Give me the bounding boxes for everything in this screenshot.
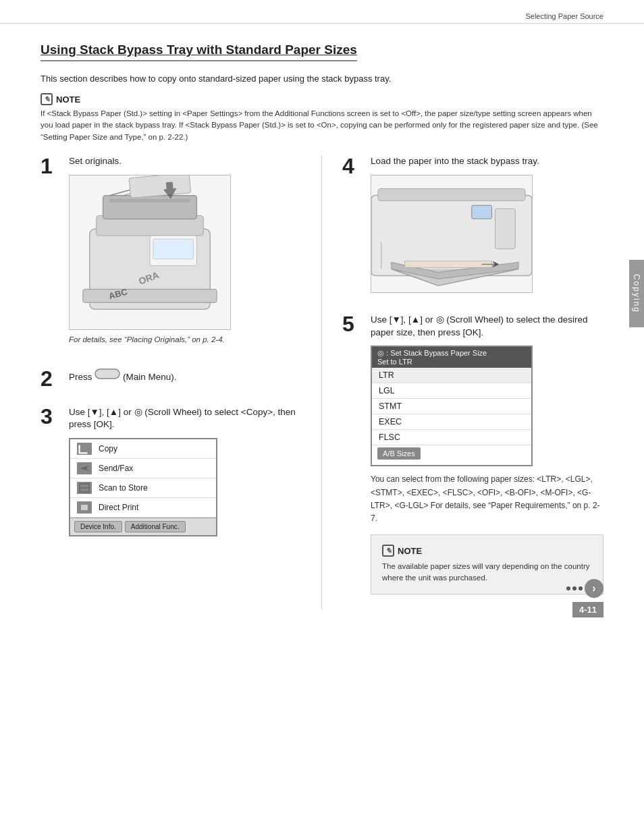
svg-rect-21 xyxy=(495,209,515,249)
sizes-info-text: You can select from the following paper … xyxy=(371,473,603,525)
menu-row-direct: Direct Print xyxy=(70,498,216,518)
svg-rect-11 xyxy=(129,175,191,198)
scan-icon xyxy=(77,482,92,494)
note-icon: ✎ xyxy=(41,93,53,105)
step-3: 3 Use [▼], [▲] or ◎ (Scroll Wheel) to se… xyxy=(41,406,301,543)
intro-text: This section describes how to copy onto … xyxy=(41,74,603,84)
top-note-block: ✎ NOTE If <Stack Bypass Paper (Std.)> se… xyxy=(41,93,603,143)
step-1: 1 Set originals. xyxy=(41,155,301,353)
step-5: 5 Use [▼], [▲] or ◎ (Scroll Wheel) to se… xyxy=(342,313,603,595)
menu-send-label: Send/Fax xyxy=(99,464,133,473)
note2-icon: ✎ xyxy=(382,545,394,557)
step-2-label: Press (Main Menu). xyxy=(69,368,301,384)
note-body-text: If <Stack Bypass Paper (Std.)> setting i… xyxy=(41,108,603,143)
page-number: 4-11 xyxy=(572,602,603,617)
menu-buttons-row: Device Info. Additional Func. xyxy=(70,518,216,535)
page-header: Selecting Paper Source xyxy=(0,0,644,24)
step-1-number: 1 xyxy=(41,155,61,177)
step-4-number: 4 xyxy=(342,155,363,177)
ps-row-ab: A/B Sizes xyxy=(377,447,421,460)
step-3-content: Use [▼], [▲] or ◎ (Scroll Wheel) to sele… xyxy=(69,406,301,543)
ps-header-line1: ◎ : Set Stack Bypass Paper Size xyxy=(377,349,526,358)
send-icon xyxy=(77,462,92,474)
note2-header: ✎ NOTE xyxy=(382,545,592,557)
menu-copy-label: Copy xyxy=(99,444,117,453)
svg-rect-2 xyxy=(83,289,217,302)
svg-rect-6 xyxy=(153,239,193,259)
note-header: ✎ NOTE xyxy=(41,93,603,105)
step-5-number: 5 xyxy=(342,313,363,335)
menu-scan-label: Scan to Store xyxy=(99,483,148,493)
next-page-arrow[interactable]: › xyxy=(585,579,603,598)
svg-rect-22 xyxy=(472,205,492,219)
step-4-image xyxy=(371,175,533,293)
ps-row-flsc: FLSC xyxy=(372,430,531,445)
ps-screen-header: ◎ : Set Stack Bypass Paper Size Set to L… xyxy=(372,347,531,368)
dot-3 xyxy=(579,586,583,590)
ps-row-stmt: STMT xyxy=(372,399,531,414)
svg-rect-18 xyxy=(81,505,88,510)
side-tab: Copying xyxy=(629,260,644,327)
note2-text: The available paper sizes will vary depe… xyxy=(382,561,592,584)
step-4: 4 Load the paper into the stack bypass t… xyxy=(342,155,603,298)
page-footer: › 4-11 xyxy=(566,579,603,617)
ps-row-lgl: LGL xyxy=(372,383,531,399)
next-arrow: › xyxy=(566,579,603,598)
dot-1 xyxy=(566,586,570,590)
page-title: Using Stack Bypass Tray with Standard Pa… xyxy=(41,43,357,61)
ps-header-line2: Set to LTR xyxy=(377,358,526,366)
step-2-number: 2 xyxy=(41,368,61,389)
step-4-content: Load the paper into the stack bypass tra… xyxy=(371,155,603,298)
ps-row-ltr: LTR xyxy=(372,368,531,383)
step-2: 2 Press (Main Menu). xyxy=(41,368,301,391)
paper-size-screen: ◎ : Set Stack Bypass Paper Size Set to L… xyxy=(371,346,533,466)
ps-row-exec: EXEC xyxy=(372,414,531,430)
menu-direct-label: Direct Print xyxy=(99,503,138,512)
main-content: Using Stack Bypass Tray with Standard Pa… xyxy=(0,24,644,636)
step-1-caption: For details, see “Placing Originals,” on… xyxy=(69,335,301,343)
right-column: 4 Load the paper into the stack bypass t… xyxy=(322,155,603,609)
svg-rect-20 xyxy=(378,188,525,200)
step-4-label: Load the paper into the stack bypass tra… xyxy=(371,155,603,168)
two-column-layout: 1 Set originals. xyxy=(41,155,603,609)
menu-row-scan: Scan to Store xyxy=(70,478,216,498)
note2-label: NOTE xyxy=(398,546,422,556)
step-2-content: Press (Main Menu). xyxy=(69,368,301,391)
note-label: NOTE xyxy=(56,94,80,105)
step-1-image: ORA ABC xyxy=(69,175,231,330)
left-column: 1 Set originals. xyxy=(41,155,322,609)
svg-rect-12 xyxy=(95,369,119,379)
svg-rect-14 xyxy=(80,444,88,452)
menu-screen: Copy Send/Fax Scan to Stor xyxy=(69,438,217,536)
step-5-content: Use [▼], [▲] or ◎ (Scroll Wheel) to sele… xyxy=(371,313,603,595)
header-title: Selecting Paper Source xyxy=(525,12,603,20)
step-3-number: 3 xyxy=(41,406,61,427)
menu-row-send: Send/Fax xyxy=(70,459,216,478)
step-5-label: Use [▼], [▲] or ◎ (Scroll Wheel) to sele… xyxy=(371,313,603,339)
menu-row-copy: Copy xyxy=(70,439,216,459)
direct-icon xyxy=(77,501,92,514)
copy-icon xyxy=(77,443,92,455)
additional-func-button[interactable]: Additional Func. xyxy=(125,521,186,532)
svg-rect-4 xyxy=(110,198,190,202)
dot-2 xyxy=(572,586,576,590)
device-info-button[interactable]: Device Info. xyxy=(74,521,122,532)
step-1-label: Set originals. xyxy=(69,155,301,168)
step-3-label: Use [▼], [▲] or ◎ (Scroll Wheel) to sele… xyxy=(69,406,301,432)
step-1-content: Set originals. xyxy=(69,155,301,353)
